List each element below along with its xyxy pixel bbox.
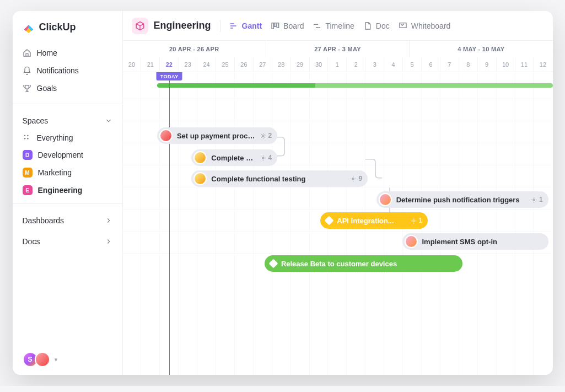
subtask-count: 9: [345, 175, 362, 182]
sidebar: ClickUp Home Notifications Goals Spaces …: [13, 11, 123, 375]
sidebar-item-development[interactable]: D Development: [13, 146, 122, 164]
gantt-view[interactable]: TODAY Set up payment: [123, 72, 553, 375]
spaces-header[interactable]: Spaces: [13, 109, 122, 130]
date-cell[interactable]: 21: [141, 57, 160, 72]
logo-text: ClickUp: [39, 22, 76, 33]
chevron-down-icon: ▼: [53, 357, 59, 363]
date-cell[interactable]: 22: [160, 57, 179, 72]
logo[interactable]: ClickUp: [13, 21, 122, 42]
task-bar[interactable]: Determine push notification triggers 1: [376, 191, 548, 208]
task-bar-milestone[interactable]: API integration... 1: [320, 212, 428, 229]
date-range: 20 APR - 26 APR: [123, 41, 266, 57]
chevron-right-icon: [105, 238, 112, 245]
date-range: 27 APR - 3 MAY: [266, 41, 410, 57]
task-label: API integration...: [337, 217, 405, 225]
user-menu[interactable]: S ▼: [13, 352, 122, 367]
divider: [13, 203, 122, 204]
date-cell[interactable]: 20: [123, 57, 142, 72]
date-cell[interactable]: 23: [179, 57, 197, 72]
home-icon: [23, 49, 31, 57]
topbar: Engineering Gantt Board Timeline Doc: [123, 11, 553, 41]
space-icon: [132, 18, 148, 34]
space-badge: D: [23, 150, 33, 160]
task-bar[interactable]: Implement SMS opt-in: [402, 233, 548, 250]
date-cell[interactable]: 11: [515, 57, 534, 72]
date-cell[interactable]: 6: [422, 57, 440, 72]
date-cell[interactable]: 5: [403, 57, 422, 72]
section-dashboards[interactable]: Dashboards: [13, 208, 122, 229]
grid-icon: [23, 133, 31, 142]
svg-rect-5: [275, 23, 276, 26]
board-icon: [271, 22, 279, 30]
milestone-icon: [325, 216, 334, 225]
nav-notifications[interactable]: Notifications: [17, 62, 118, 79]
date-cell[interactable]: 2: [347, 57, 365, 72]
avatar: [35, 352, 50, 367]
svg-point-12: [412, 219, 414, 221]
view-tab-gantt[interactable]: Gantt: [229, 22, 262, 30]
task-bar-milestone[interactable]: Release Beta to customer devices: [265, 255, 462, 272]
view-tab-label: Doc: [376, 22, 390, 30]
svg-point-8: [262, 135, 263, 136]
date-cell[interactable]: 25: [216, 57, 235, 72]
sidebar-item-engineering[interactable]: E Engineering: [13, 181, 122, 199]
today-line: [169, 72, 170, 375]
chevron-down-icon: [105, 117, 112, 125]
doc-icon: [363, 22, 372, 30]
date-cell[interactable]: 26: [235, 57, 254, 72]
date-cell[interactable]: 24: [197, 57, 216, 72]
view-tab-board[interactable]: Board: [271, 22, 304, 30]
date-cell[interactable]: 28: [272, 57, 291, 72]
task-bar[interactable]: Complete functional testing 9: [191, 170, 368, 187]
date-cell[interactable]: 8: [459, 57, 478, 72]
space-badge: M: [23, 168, 33, 178]
sidebar-item-label: Engineering: [38, 186, 83, 195]
subtask-count: 4: [255, 154, 272, 162]
date-range: 4 MAY - 10 MAY: [410, 41, 552, 57]
nav-goals[interactable]: Goals: [17, 79, 118, 97]
svg-point-0: [24, 135, 25, 137]
date-cell[interactable]: 7: [440, 57, 459, 72]
main-content: Engineering Gantt Board Timeline Doc: [123, 11, 553, 375]
section-docs[interactable]: Docs: [13, 229, 122, 250]
view-tab-whiteboard[interactable]: Whiteboard: [399, 22, 451, 30]
sidebar-item-marketing[interactable]: M Marketing: [13, 164, 122, 181]
app-window: ClickUp Home Notifications Goals Spaces …: [13, 11, 553, 375]
date-cell[interactable]: 27: [254, 57, 272, 72]
date-cell[interactable]: 29: [291, 57, 310, 72]
task-label: Complete functio...: [211, 154, 255, 162]
task-label: Release Beta to customer devices: [281, 260, 457, 268]
svg-rect-6: [277, 23, 278, 28]
task-bar[interactable]: Complete functio... 4: [191, 149, 277, 166]
view-tab-doc[interactable]: Doc: [363, 22, 390, 30]
subtask-count: 1: [526, 196, 543, 203]
date-cell[interactable]: 3: [365, 57, 384, 72]
sidebar-item-label: Everything: [37, 133, 73, 142]
date-cell[interactable]: 1: [328, 57, 347, 72]
task-label: Determine push notification triggers: [396, 196, 526, 204]
avatar: [193, 172, 207, 185]
breadcrumb[interactable]: Engineering: [132, 18, 211, 34]
nav-home[interactable]: Home: [17, 44, 118, 62]
section-label: Docs: [23, 237, 40, 246]
date-cell[interactable]: 12: [534, 57, 552, 72]
view-tab-label: Whiteboard: [411, 22, 451, 30]
view-tab-timeline[interactable]: Timeline: [313, 22, 354, 30]
divider: [220, 20, 220, 32]
subtask-count: 2: [255, 132, 272, 139]
avatar: [193, 151, 207, 164]
nav-label: Notifications: [37, 66, 79, 75]
date-cell[interactable]: 9: [478, 57, 497, 72]
date-cell[interactable]: 10: [497, 57, 515, 72]
milestone-icon: [268, 259, 278, 269]
subtask-count: 1: [406, 217, 423, 224]
avatar: [159, 129, 173, 142]
divider: [13, 104, 122, 104]
view-tab-label: Timeline: [325, 22, 354, 30]
svg-point-3: [27, 138, 29, 139]
svg-rect-7: [400, 23, 406, 28]
date-cell[interactable]: 30: [310, 57, 329, 72]
task-bar[interactable]: Set up payment processing 2: [157, 127, 277, 144]
sidebar-item-everything[interactable]: Everything: [13, 130, 122, 146]
date-cell[interactable]: 4: [384, 57, 403, 72]
